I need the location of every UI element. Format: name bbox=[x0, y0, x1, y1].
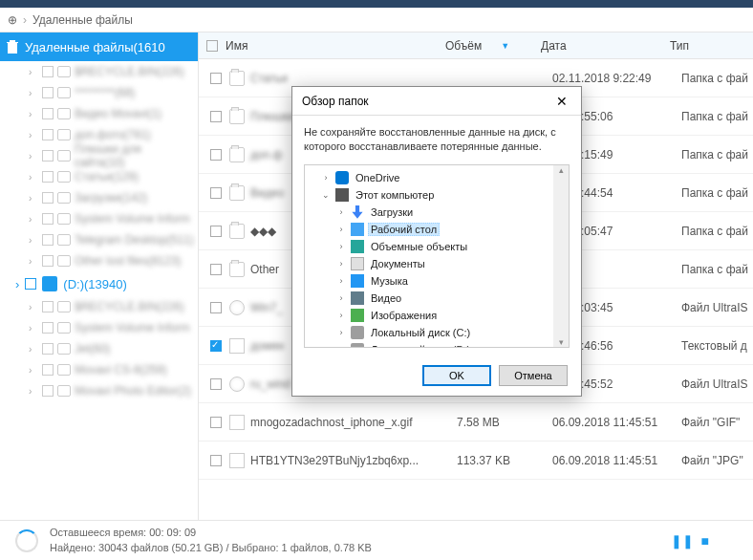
chevron-icon: › bbox=[15, 277, 19, 291]
folder-icon bbox=[57, 129, 71, 140]
row-checkbox[interactable] bbox=[210, 226, 222, 237]
tree-node[interactable]: ›Видео bbox=[305, 290, 569, 307]
row-checkbox[interactable] bbox=[210, 73, 222, 84]
sidebar-header[interactable]: Удаленные файлы(1610 bbox=[0, 32, 198, 61]
tree-node[interactable]: ›Объемные объекты bbox=[305, 238, 569, 255]
chevron-icon: › bbox=[29, 67, 38, 77]
col-size[interactable]: Объём▼ bbox=[445, 39, 541, 53]
expand-icon[interactable]: › bbox=[335, 225, 347, 234]
row-checkbox[interactable] bbox=[210, 302, 222, 313]
checkbox[interactable] bbox=[42, 364, 54, 376]
checkbox[interactable] bbox=[42, 234, 54, 246]
tree-node[interactable]: ›Изображения bbox=[305, 307, 569, 324]
doc-icon bbox=[229, 415, 245, 430]
file-type: Папка с фай bbox=[681, 225, 753, 238]
file-size: 7.58 MB bbox=[457, 416, 552, 429]
chevron-icon: › bbox=[29, 193, 38, 204]
expand-icon[interactable]: › bbox=[335, 293, 347, 303]
expand-icon[interactable]: › bbox=[335, 345, 347, 348]
table-row[interactable]: mnogozadachnost_iphone_x.gif7.58 MB06.09… bbox=[199, 403, 753, 442]
checkbox[interactable] bbox=[42, 87, 54, 98]
checkbox[interactable] bbox=[42, 66, 54, 77]
col-date[interactable]: Дата bbox=[541, 39, 670, 53]
expand-icon[interactable]: › bbox=[320, 173, 332, 183]
row-checkbox[interactable] bbox=[210, 417, 222, 428]
checkbox[interactable] bbox=[42, 129, 54, 140]
tree-node[interactable]: ›Локальный диск (D:) bbox=[305, 341, 569, 348]
checkbox[interactable] bbox=[42, 385, 54, 397]
sidebar-item[interactable]: ›Видео Movavi(1) bbox=[0, 103, 198, 124]
checkbox[interactable] bbox=[42, 150, 54, 162]
expand-icon[interactable]: › bbox=[335, 259, 347, 269]
chevron-icon: › bbox=[29, 386, 38, 397]
select-all-checkbox[interactable] bbox=[206, 40, 218, 52]
sidebar-item[interactable]: ›Other lost files(8123) bbox=[0, 250, 198, 271]
file-type: Папка с фай bbox=[681, 148, 753, 162]
row-checkbox[interactable] bbox=[210, 149, 222, 161]
checkbox[interactable] bbox=[42, 301, 54, 312]
sidebar-item[interactable]: ›System Volume Inform bbox=[0, 208, 198, 229]
scrollbar[interactable] bbox=[553, 165, 569, 347]
stop-button[interactable]: ■ bbox=[701, 533, 709, 549]
checkbox[interactable] bbox=[42, 213, 54, 225]
row-checkbox[interactable] bbox=[210, 378, 222, 390]
checkbox[interactable] bbox=[42, 322, 54, 334]
checkbox[interactable] bbox=[42, 171, 54, 183]
tree-node[interactable]: ›Музыка bbox=[305, 272, 569, 290]
tree-node[interactable]: ›Локальный диск (C:) bbox=[305, 324, 569, 341]
dialog-titlebar[interactable]: Обзор папок ✕ bbox=[292, 87, 581, 116]
col-type[interactable]: Тип bbox=[670, 39, 753, 53]
sidebar-item[interactable]: ›Jet(60) bbox=[0, 338, 198, 359]
cancel-button[interactable]: Отмена bbox=[499, 365, 568, 386]
row-checkbox[interactable] bbox=[210, 264, 222, 275]
folder-icon bbox=[57, 108, 71, 119]
row-checkbox[interactable] bbox=[210, 187, 222, 199]
file-type: Папка с фай bbox=[681, 110, 753, 123]
sidebar-item[interactable]: ›System Volume Inform bbox=[0, 317, 198, 338]
expand-icon[interactable]: ⌄ bbox=[320, 190, 332, 200]
sidebar-item[interactable]: ›Плюшки для сайта(10) bbox=[0, 145, 198, 166]
file-name: mnogozadachnost_iphone_x.gif bbox=[250, 416, 457, 429]
checkbox[interactable] bbox=[42, 108, 54, 119]
sidebar-item[interactable]: ›*********(68) bbox=[0, 82, 198, 103]
file-size: 113.37 KB bbox=[457, 454, 552, 467]
doc-icon bbox=[229, 338, 245, 354]
tree-node[interactable]: ›Загрузки bbox=[305, 204, 569, 221]
row-checkbox[interactable] bbox=[210, 111, 222, 122]
sidebar-disk[interactable]: › (D:)(13940) bbox=[0, 271, 198, 296]
tree-node[interactable]: ›OneDrive bbox=[305, 169, 569, 186]
sidebar-item[interactable]: ›Статьи(129) bbox=[0, 166, 198, 187]
row-checkbox[interactable] bbox=[210, 455, 222, 466]
sidebar-item[interactable]: ›Загрузки(142) bbox=[0, 187, 198, 208]
back-icon[interactable]: ⊕ bbox=[8, 13, 17, 27]
ok-button[interactable]: OK bbox=[422, 365, 491, 386]
chevron-icon: › bbox=[29, 130, 38, 140]
pause-button[interactable]: ❚❚ bbox=[671, 533, 694, 549]
table-row[interactable]: HTB1YTN3e29TBuNjy1zbq6xp...113.37 KB06.0… bbox=[199, 442, 753, 480]
sidebar-item[interactable]: ›Telegram Desktop(511) bbox=[0, 229, 198, 250]
sidebar-item[interactable]: ›$RECYCLE.BIN(226) bbox=[0, 296, 198, 317]
tree-node[interactable]: ›Документы bbox=[305, 255, 569, 272]
disk-icon bbox=[351, 343, 364, 348]
close-button[interactable]: ✕ bbox=[552, 94, 571, 109]
checkbox[interactable] bbox=[25, 278, 36, 290]
expand-icon[interactable]: › bbox=[335, 242, 347, 251]
checkbox[interactable] bbox=[42, 343, 54, 355]
expand-icon[interactable]: › bbox=[335, 311, 347, 320]
folder-tree[interactable]: ›OneDrive⌄Этот компьютер›Загрузки›Рабочи… bbox=[304, 164, 570, 348]
tree-label: OneDrive bbox=[353, 171, 402, 184]
tree-node[interactable]: ›Рабочий стол bbox=[305, 221, 569, 238]
row-checkbox[interactable] bbox=[210, 340, 222, 352]
expand-icon[interactable]: › bbox=[335, 207, 347, 217]
sidebar-item[interactable]: ›Movavi CS-8(259) bbox=[0, 359, 198, 380]
sidebar-item[interactable]: ›$RECYCLE.BIN(226) bbox=[0, 61, 198, 82]
col-name[interactable]: Имя bbox=[226, 39, 445, 53]
checkbox[interactable] bbox=[42, 192, 54, 204]
expand-icon[interactable]: › bbox=[335, 328, 347, 337]
tree-node[interactable]: ⌄Этот компьютер bbox=[305, 186, 569, 204]
checkbox[interactable] bbox=[42, 255, 54, 267]
expand-icon[interactable]: › bbox=[335, 276, 347, 286]
sidebar-item[interactable]: ›Movavi Photo Editor(2) bbox=[0, 380, 198, 401]
status-text: Оставшееся время: 00: 09: 09 Найдено: 30… bbox=[50, 526, 652, 555]
chevron-icon: › bbox=[29, 214, 38, 225]
